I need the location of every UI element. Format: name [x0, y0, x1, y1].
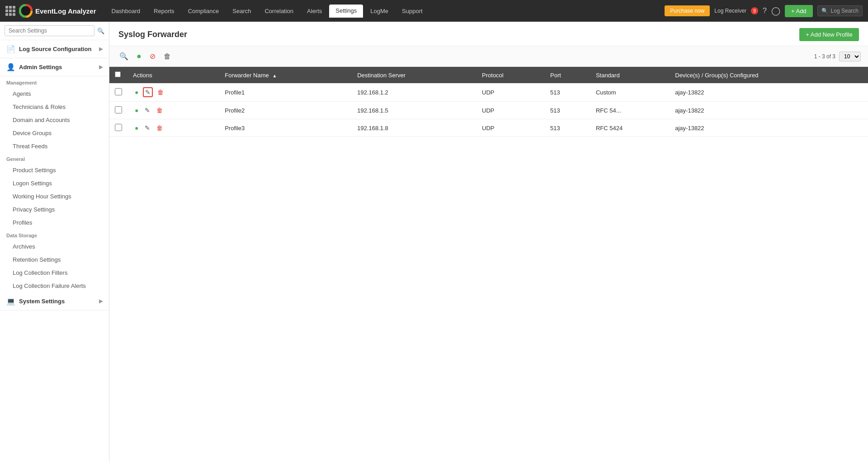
- enable-icon: ●: [137, 52, 142, 61]
- logo-icon: [19, 4, 33, 18]
- sidebar-search-container: 🔍: [0, 22, 109, 40]
- action-btns-1: ● ✎ 🗑: [133, 87, 214, 97]
- page-size-select[interactable]: 10 25 50: [839, 52, 861, 61]
- sidebar-item-retention-settings[interactable]: Retention Settings: [0, 253, 109, 266]
- toolbar: 🔍 ● ⊘ 🗑 1 - 3 of 3 10 25 50: [109, 46, 868, 67]
- sidebar-item-technicians-roles[interactable]: Technicians & Roles: [0, 100, 109, 113]
- cell-standard-1: Custom: [590, 83, 670, 102]
- row-checkbox-3[interactable]: [115, 124, 122, 131]
- sidebar-item-threat-feeds[interactable]: Threat Feeds: [0, 140, 109, 153]
- nav-logme[interactable]: LogMe: [364, 5, 395, 17]
- enable-btn-1[interactable]: ●: [133, 88, 140, 97]
- nav-settings[interactable]: Settings: [329, 5, 363, 18]
- nav-correlation[interactable]: Correlation: [258, 5, 300, 17]
- app-name: EventLog Analyzer: [35, 7, 96, 15]
- sidebar-item-log-collection-failure-alerts[interactable]: Log Collection Failure Alerts: [0, 279, 109, 292]
- topbar-right: Purchase now Log Receiver 9 ? ◯ + Add 🔍 …: [665, 5, 863, 17]
- main-header: Syslog Forwarder + Add New Profile: [109, 22, 868, 46]
- delete-btn-1[interactable]: 🗑: [156, 88, 165, 97]
- app-logo[interactable]: EventLog Analyzer: [19, 4, 96, 18]
- search-icon: 🔍: [821, 8, 828, 14]
- sidebar-item-admin-settings[interactable]: 👤 Admin Settings ▶: [0, 58, 109, 76]
- cell-standard-2: RFC 54...: [590, 102, 670, 119]
- add-button[interactable]: + Add: [785, 5, 813, 17]
- sidebar-item-product-settings[interactable]: Product Settings: [0, 164, 109, 177]
- nav-dashboard[interactable]: Dashboard: [105, 5, 146, 17]
- notification-badge[interactable]: 9: [751, 7, 758, 14]
- col-port: Port: [545, 67, 590, 83]
- delete-btn-3[interactable]: 🗑: [155, 123, 165, 132]
- sidebar-item-privacy-settings[interactable]: Privacy Settings: [0, 203, 109, 216]
- nav-reports[interactable]: Reports: [147, 5, 181, 17]
- purchase-button[interactable]: Purchase now: [665, 5, 710, 16]
- sidebar-item-system-settings[interactable]: 💻 System Settings ▶: [0, 292, 109, 310]
- search-toolbar-button[interactable]: 🔍: [117, 50, 131, 62]
- row-checkbox-2[interactable]: [115, 106, 122, 113]
- sidebar-category-general: General: [0, 153, 109, 164]
- help-button[interactable]: ?: [763, 7, 767, 15]
- cell-port-1: 513: [545, 83, 590, 102]
- add-new-profile-button[interactable]: + Add New Profile: [799, 28, 859, 41]
- chevron-right-icon: ▶: [99, 46, 103, 52]
- edit-btn-3[interactable]: ✎: [143, 123, 152, 132]
- sidebar-item-archives[interactable]: Archives: [0, 240, 109, 253]
- user-menu-button[interactable]: ◯: [771, 6, 780, 16]
- sidebar-item-profiles[interactable]: Profiles: [0, 216, 109, 229]
- trash-icon: 🗑: [164, 52, 171, 60]
- table-row: ● ✎ 🗑 Profile2 192.168.1.5 UDP 513 RFC 5…: [109, 102, 868, 119]
- action-btns-2: ● ✎ 🗑: [133, 106, 214, 115]
- action-btns-3: ● ✎ 🗑: [133, 123, 214, 132]
- sort-asc-icon: ▲: [272, 73, 277, 78]
- system-icon: 💻: [6, 297, 15, 306]
- nav-support[interactable]: Support: [396, 5, 429, 17]
- chevron-right-icon-2: ▶: [99, 64, 103, 70]
- sidebar-item-agents[interactable]: Agents: [0, 87, 109, 100]
- server-icon: 📄: [6, 45, 15, 53]
- grid-menu-icon[interactable]: [5, 6, 15, 16]
- col-destination: Destination Server: [352, 67, 476, 83]
- sidebar-log-source-label: Log Source Configuration: [19, 46, 91, 52]
- sidebar-category-management: Management: [0, 76, 109, 87]
- disable-toolbar-button[interactable]: ⊘: [147, 50, 158, 63]
- delete-toolbar-button[interactable]: 🗑: [161, 51, 174, 62]
- row-checkbox-1[interactable]: [115, 88, 122, 95]
- sidebar-item-logon-settings[interactable]: Logon Settings: [0, 177, 109, 190]
- profiles-table: Actions Forwarder Name ▲ Destination Ser…: [109, 67, 868, 137]
- nav-compliance[interactable]: Compliance: [182, 5, 226, 17]
- enable-toolbar-button[interactable]: ●: [134, 50, 144, 63]
- cell-port-2: 513: [545, 102, 590, 119]
- main-content: Syslog Forwarder + Add New Profile 🔍 ● ⊘…: [109, 22, 868, 461]
- enable-btn-2[interactable]: ●: [133, 106, 140, 115]
- sidebar-admin-label: Admin Settings: [19, 64, 62, 71]
- cell-protocol-2: UDP: [476, 102, 545, 119]
- log-receiver-label[interactable]: Log Receiver: [714, 8, 746, 14]
- topbar: EventLog Analyzer Dashboard Reports Comp…: [0, 0, 868, 22]
- page-title: Syslog Forwarder: [118, 30, 187, 39]
- col-forwarder-name[interactable]: Forwarder Name ▲: [219, 67, 352, 83]
- enable-btn-3[interactable]: ●: [133, 123, 140, 132]
- sidebar-item-log-collection-filters[interactable]: Log Collection Filters: [0, 266, 109, 279]
- nav-search[interactable]: Search: [226, 5, 257, 17]
- cell-devices-3: ajay-13822: [670, 119, 868, 137]
- sidebar-system-label: System Settings: [19, 298, 65, 305]
- edit-btn-2[interactable]: ✎: [143, 106, 152, 115]
- search-icon-toolbar: 🔍: [119, 52, 128, 60]
- cell-protocol-3: UDP: [476, 119, 545, 137]
- edit-btn-1[interactable]: ✎: [143, 87, 153, 97]
- cell-dest-1: 192.168.1.2: [352, 83, 476, 102]
- select-all-checkbox[interactable]: [115, 71, 121, 77]
- nav-alerts[interactable]: Alerts: [301, 5, 328, 17]
- sidebar-item-device-groups[interactable]: Device Groups: [0, 127, 109, 140]
- sidebar-item-log-source[interactable]: 📄 Log Source Configuration ▶: [0, 40, 109, 58]
- cell-protocol-1: UDP: [476, 83, 545, 102]
- sidebar-item-working-hour-settings[interactable]: Working Hour Settings: [0, 190, 109, 203]
- main-nav: Dashboard Reports Compliance Search Corr…: [105, 5, 665, 18]
- delete-btn-2[interactable]: 🗑: [155, 106, 165, 115]
- cell-devices-2: ajay-13822: [670, 102, 868, 119]
- log-search-box[interactable]: 🔍 Log Search: [817, 5, 863, 16]
- sidebar-item-domain-accounts[interactable]: Domain and Accounts: [0, 113, 109, 127]
- cell-standard-3: RFC 5424: [590, 119, 670, 137]
- sidebar: 🔍 📄 Log Source Configuration ▶ 👤 Admin S…: [0, 22, 109, 461]
- sidebar-search-input[interactable]: [5, 25, 94, 36]
- col-actions: Actions: [127, 67, 219, 83]
